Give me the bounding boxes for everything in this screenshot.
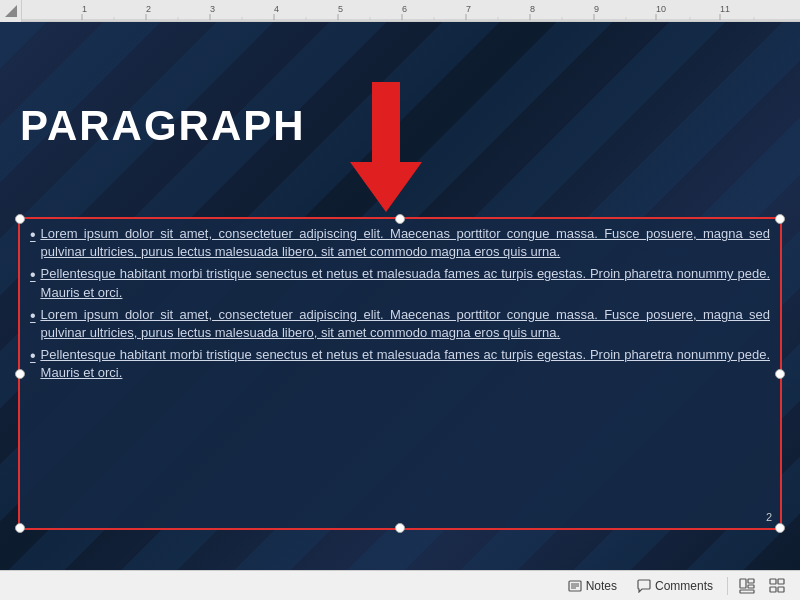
svg-text:9: 9 bbox=[594, 4, 599, 14]
bullet-marker: • bbox=[30, 265, 36, 284]
normal-view-icon bbox=[739, 578, 755, 594]
notes-label: Notes bbox=[586, 579, 617, 593]
arrow-shaft bbox=[372, 82, 400, 162]
svg-text:5: 5 bbox=[338, 4, 343, 14]
list-item: • Lorem ipsum dolor sit amet, consectetu… bbox=[30, 306, 770, 342]
slide-area: PARAGRAPH • Lorem ipsum dolor sit amet, … bbox=[0, 22, 800, 570]
slide-sorter-button[interactable] bbox=[764, 575, 790, 597]
arrow-head bbox=[350, 162, 422, 212]
svg-text:10: 10 bbox=[656, 4, 666, 14]
status-separator bbox=[727, 577, 728, 595]
status-bar: Notes Comments bbox=[0, 570, 800, 600]
handle-bot-right[interactable] bbox=[775, 523, 785, 533]
svg-text:2: 2 bbox=[146, 4, 151, 14]
handle-top-left[interactable] bbox=[15, 214, 25, 224]
comments-icon bbox=[637, 579, 651, 593]
svg-rect-45 bbox=[770, 587, 776, 592]
bullet-text: Lorem ipsum dolor sit amet, consectetuer… bbox=[41, 225, 770, 261]
handle-mid-left[interactable] bbox=[15, 369, 25, 379]
slide-number: 2 bbox=[766, 511, 772, 523]
content-box[interactable]: • Lorem ipsum dolor sit amet, consectetu… bbox=[18, 217, 782, 530]
bullet-marker: • bbox=[30, 346, 36, 365]
svg-text:6: 6 bbox=[402, 4, 407, 14]
red-arrow bbox=[350, 82, 422, 212]
svg-rect-46 bbox=[778, 587, 784, 592]
svg-text:3: 3 bbox=[210, 4, 215, 14]
svg-text:7: 7 bbox=[466, 4, 471, 14]
bullet-marker: • bbox=[30, 225, 36, 244]
handle-top-mid[interactable] bbox=[395, 214, 405, 224]
svg-rect-40 bbox=[748, 579, 754, 583]
bullet-text: Pellentesque habitant morbi tristique se… bbox=[41, 265, 770, 301]
handle-bot-mid[interactable] bbox=[395, 523, 405, 533]
svg-rect-42 bbox=[740, 590, 754, 593]
list-item: • Pellentesque habitant morbi tristique … bbox=[30, 346, 770, 382]
comments-button[interactable]: Comments bbox=[629, 575, 721, 597]
svg-text:1: 1 bbox=[82, 4, 87, 14]
ruler-ticks: 1 2 3 4 5 6 7 8 9 10 11 bbox=[22, 0, 800, 22]
svg-marker-0 bbox=[5, 5, 17, 17]
bullet-marker: • bbox=[30, 306, 36, 325]
svg-rect-44 bbox=[778, 579, 784, 584]
handle-top-right[interactable] bbox=[775, 214, 785, 224]
comments-label: Comments bbox=[655, 579, 713, 593]
slide-title: PARAGRAPH bbox=[20, 102, 306, 150]
handle-mid-right[interactable] bbox=[775, 369, 785, 379]
notes-icon bbox=[568, 579, 582, 593]
list-item: • Pellentesque habitant morbi tristique … bbox=[30, 265, 770, 301]
svg-rect-41 bbox=[748, 585, 754, 588]
svg-text:4: 4 bbox=[274, 4, 279, 14]
svg-rect-43 bbox=[770, 579, 776, 584]
svg-rect-39 bbox=[740, 579, 746, 588]
handle-bot-left[interactable] bbox=[15, 523, 25, 533]
svg-text:11: 11 bbox=[720, 4, 730, 14]
ruler-corner-icon bbox=[0, 0, 22, 22]
bullet-text: Pellentesque habitant morbi tristique se… bbox=[41, 346, 770, 382]
bullet-text: Lorem ipsum dolor sit amet, consectetuer… bbox=[41, 306, 770, 342]
notes-button[interactable]: Notes bbox=[560, 575, 625, 597]
normal-view-button[interactable] bbox=[734, 575, 760, 597]
list-item: • Lorem ipsum dolor sit amet, consectetu… bbox=[30, 225, 770, 261]
svg-text:8: 8 bbox=[530, 4, 535, 14]
ruler: 1 2 3 4 5 6 7 8 9 10 11 bbox=[0, 0, 800, 22]
slide-sorter-icon bbox=[769, 578, 785, 594]
